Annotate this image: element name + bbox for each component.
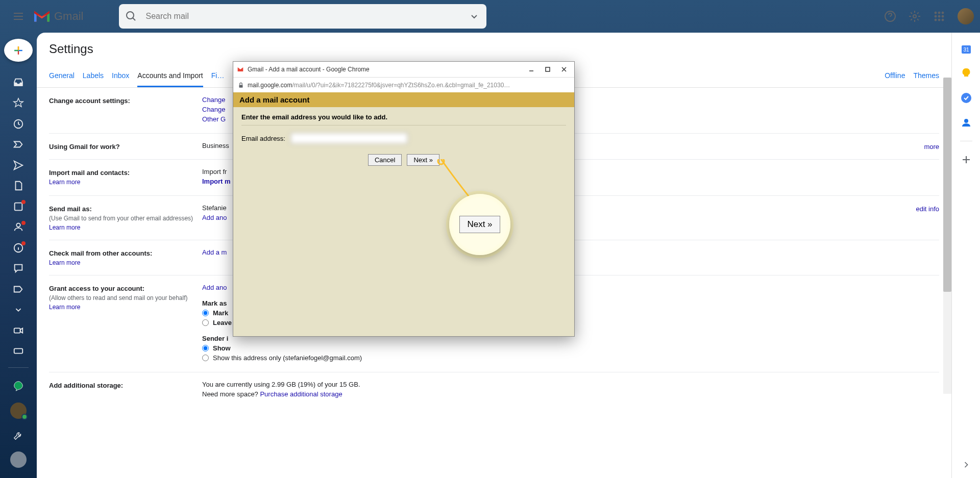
learn-more-link[interactable]: Learn more — [49, 179, 80, 186]
purchase-storage-link[interactable]: Purchase additional storage — [260, 390, 342, 398]
storage-label: Add additional storage: — [49, 382, 123, 389]
svg-point-2 — [913, 15, 916, 18]
search-options-icon[interactable] — [468, 10, 480, 22]
sent-nav[interactable] — [8, 157, 29, 173]
main-menu-button[interactable] — [6, 4, 31, 29]
tab-filters[interactable]: Fi… — [211, 65, 225, 87]
inbox-nav[interactable] — [8, 74, 29, 90]
scrollbar[interactable] — [943, 78, 951, 394]
snoozed-nav[interactable] — [8, 115, 29, 132]
tab-inbox[interactable]: Inbox — [112, 65, 129, 87]
apps-grid-icon — [933, 10, 945, 22]
svg-point-14 — [16, 223, 20, 227]
cancel-button[interactable]: Cancel — [368, 154, 402, 166]
star-icon — [13, 97, 24, 109]
chevron-right-icon — [961, 460, 971, 470]
chevron-down-icon — [13, 304, 24, 315]
lock-icon — [237, 82, 244, 89]
tag-icon — [13, 284, 24, 295]
grant-access-label: Grant access to your account: — [49, 285, 144, 292]
svg-point-9 — [935, 19, 937, 21]
video-nav[interactable] — [8, 322, 29, 338]
compose-button[interactable] — [4, 39, 33, 62]
calendar-icon[interactable]: 31 — [960, 43, 972, 55]
keep-icon[interactable] — [960, 67, 972, 80]
chat-nav[interactable] — [8, 260, 29, 276]
popup-body: Enter the email address you would like t… — [233, 107, 574, 336]
learn-more-link[interactable]: Learn more — [49, 259, 80, 266]
minimize-button[interactable] — [524, 64, 538, 74]
clock-icon — [13, 118, 24, 130]
maximize-button[interactable] — [541, 64, 555, 74]
topbar-right — [880, 6, 974, 27]
hangouts-icon-btn[interactable] — [8, 376, 29, 396]
tasks-icon[interactable] — [960, 92, 972, 104]
settings-button[interactable] — [904, 6, 925, 27]
notification-dot — [21, 221, 26, 225]
popup-address-bar: mail.google.com/mail/u/0/?ui=2&ik=718222… — [233, 77, 574, 92]
tab-accounts-import[interactable]: Accounts and Import — [137, 65, 203, 87]
drafts-nav[interactable] — [8, 178, 29, 194]
important-nav[interactable] — [8, 136, 29, 153]
rail-separator — [8, 367, 29, 368]
svg-point-5 — [942, 12, 944, 14]
hangouts-tool[interactable] — [8, 425, 29, 445]
tab-general[interactable]: General — [49, 65, 75, 87]
svg-point-21 — [964, 119, 968, 123]
support-button[interactable] — [880, 6, 900, 27]
business-text: Business — [202, 142, 229, 149]
mark-option: Mark — [213, 309, 228, 317]
label-nav-1[interactable] — [8, 219, 29, 235]
label-nav-2[interactable] — [8, 239, 29, 256]
change-account-label: Change account settings: — [49, 97, 130, 105]
next-button[interactable]: Next » — [407, 154, 439, 166]
apps-button[interactable] — [929, 6, 949, 27]
svg-rect-22 — [546, 67, 550, 71]
page-title: Settings — [37, 33, 951, 65]
keyboard-nav[interactable] — [8, 343, 29, 359]
email-address-label: Email address: — [241, 135, 285, 142]
plus-icon — [11, 43, 26, 58]
sent-icon — [13, 160, 24, 171]
learn-more-link[interactable]: Learn more — [49, 224, 80, 231]
leave-unread-radio[interactable] — [202, 319, 209, 326]
popup-titlebar[interactable]: Gmail - Add a mail account - Google Chro… — [233, 62, 574, 77]
scrollbar-thumb[interactable] — [943, 78, 951, 292]
search-bar[interactable] — [119, 4, 486, 29]
close-button[interactable] — [557, 64, 571, 74]
tab-labels[interactable]: Labels — [83, 65, 104, 87]
side-panel: 31 — [951, 33, 980, 478]
contacts-icon[interactable] — [960, 116, 972, 129]
grant-access-sub: (Allow others to read and send mail on y… — [49, 294, 187, 301]
learn-more-link[interactable]: more — [924, 143, 939, 150]
popup-subheading: Enter the email address you would like t… — [241, 113, 566, 125]
category-nav[interactable] — [8, 198, 29, 214]
email-address-input[interactable] — [290, 133, 408, 144]
label-tag-nav[interactable] — [8, 281, 29, 297]
more-nav[interactable] — [8, 301, 29, 318]
tab-offline[interactable]: Offline — [885, 65, 905, 87]
search-input[interactable] — [145, 12, 468, 21]
learn-more-link[interactable]: Learn more — [49, 304, 80, 311]
edit-info-link[interactable]: edit info — [916, 205, 939, 213]
send-as-label: Send mail as: — [49, 205, 92, 213]
mark-read-radio[interactable] — [202, 310, 209, 316]
help-icon — [884, 10, 896, 22]
callout-next-button: Next » — [459, 216, 500, 233]
hangouts-avatar[interactable] — [10, 402, 27, 419]
gmail-logo[interactable]: Gmail — [33, 9, 83, 24]
storage-usage: You are currently using 2.99 GB (19%) of… — [202, 381, 939, 388]
email-form-row: Email address: — [241, 133, 566, 144]
show-address-only-radio[interactable] — [202, 355, 209, 361]
svg-point-4 — [938, 12, 940, 14]
tab-themes[interactable]: Themes — [913, 65, 939, 87]
send-as-sub: (Use Gmail to send from your other email… — [49, 215, 193, 222]
starred-nav[interactable] — [8, 95, 29, 111]
add-on-icon[interactable] — [960, 154, 972, 166]
hangouts-avatar-2[interactable] — [10, 451, 27, 468]
show-sender-radio[interactable] — [202, 345, 209, 351]
account-avatar[interactable] — [958, 8, 974, 24]
expand-panel-button[interactable] — [961, 460, 971, 472]
popup-url-host: mail.google.com — [248, 82, 292, 89]
svg-rect-17 — [14, 348, 23, 353]
